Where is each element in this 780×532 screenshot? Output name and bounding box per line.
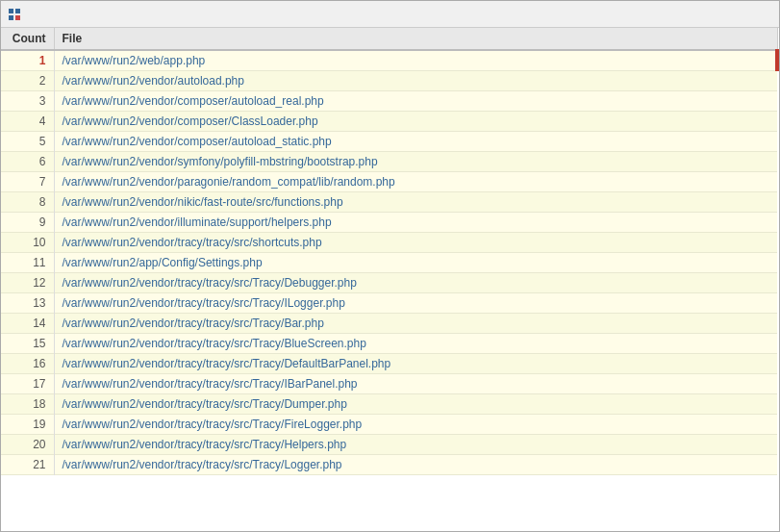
cell-count: 5 bbox=[1, 132, 54, 152]
file-link[interactable]: /var/www/run2/web/app.php bbox=[63, 54, 206, 67]
column-header-file: File bbox=[54, 28, 777, 50]
cell-file[interactable]: /var/www/run2/vendor/tracy/tracy/src/Tra… bbox=[54, 354, 777, 374]
cell-count: 4 bbox=[1, 112, 54, 132]
titlebar bbox=[1, 1, 779, 28]
table-header-row: Count File bbox=[1, 28, 777, 50]
table-row: 11/var/www/run2/app/Config/Settings.php bbox=[1, 253, 777, 273]
window-icon bbox=[7, 7, 22, 22]
cell-count: 16 bbox=[1, 354, 54, 374]
file-link[interactable]: /var/www/run2/vendor/tracy/tracy/src/Tra… bbox=[63, 296, 345, 310]
cell-count: 18 bbox=[1, 394, 54, 415]
svg-rect-0 bbox=[9, 9, 13, 13]
cell-file[interactable]: /var/www/run2/vendor/symfony/polyfill-mb… bbox=[54, 152, 777, 172]
cell-file[interactable]: /var/www/run2/vendor/tracy/tracy/src/Tra… bbox=[54, 455, 777, 475]
table-row: 21/var/www/run2/vendor/tracy/tracy/src/T… bbox=[1, 455, 777, 475]
cell-file[interactable]: /var/www/run2/vendor/composer/autoload_r… bbox=[54, 91, 777, 112]
file-link[interactable]: /var/www/run2/vendor/tracy/tracy/src/Tra… bbox=[63, 418, 363, 431]
main-window: Count File 1/var/www/run2/web/app.php2/v… bbox=[0, 0, 780, 532]
cell-count: 15 bbox=[1, 334, 54, 354]
table-row: 4/var/www/run2/vendor/composer/ClassLoad… bbox=[1, 112, 777, 132]
cell-file[interactable]: /var/www/run2/vendor/tracy/tracy/src/Tra… bbox=[54, 435, 777, 455]
table-row: 1/var/www/run2/web/app.php bbox=[1, 50, 777, 71]
file-link[interactable]: /var/www/run2/vendor/tracy/tracy/src/Tra… bbox=[63, 458, 342, 471]
cell-file[interactable]: /var/www/run2/vendor/illuminate/support/… bbox=[54, 213, 777, 233]
cell-count: 1 bbox=[1, 50, 54, 71]
file-link[interactable]: /var/www/run2/vendor/tracy/tracy/src/Tra… bbox=[63, 438, 347, 451]
table-row: 5/var/www/run2/vendor/composer/autoload_… bbox=[1, 132, 777, 152]
close-button[interactable] bbox=[767, 13, 773, 15]
svg-rect-1 bbox=[15, 9, 20, 13]
file-link[interactable]: /var/www/run2/vendor/tracy/tracy/src/Tra… bbox=[63, 397, 347, 411]
table-row: 7/var/www/run2/vendor/paragonie/random_c… bbox=[1, 172, 777, 192]
file-link[interactable]: /var/www/run2/vendor/tracy/tracy/src/Tra… bbox=[63, 377, 358, 391]
cell-count: 17 bbox=[1, 374, 54, 394]
cell-file[interactable]: /var/www/run2/vendor/paragonie/random_co… bbox=[54, 172, 777, 192]
file-link[interactable]: /var/www/run2/vendor/illuminate/support/… bbox=[63, 215, 332, 229]
cell-file[interactable]: /var/www/run2/vendor/tracy/tracy/src/Tra… bbox=[54, 394, 777, 415]
table-row: 14/var/www/run2/vendor/tracy/tracy/src/T… bbox=[1, 314, 777, 334]
cell-file[interactable]: /var/www/run2/vendor/tracy/tracy/src/Tra… bbox=[54, 293, 777, 314]
svg-rect-2 bbox=[9, 15, 13, 20]
cell-file[interactable]: /var/www/run2/vendor/tracy/tracy/src/Tra… bbox=[54, 334, 777, 354]
column-header-count: Count bbox=[1, 28, 54, 50]
cell-file[interactable]: /var/www/run2/vendor/tracy/tracy/src/Tra… bbox=[54, 314, 777, 334]
cell-file[interactable]: /var/www/run2/vendor/autoload.php bbox=[54, 71, 777, 91]
table-row: 2/var/www/run2/vendor/autoload.php bbox=[1, 71, 777, 91]
table-container[interactable]: Count File 1/var/www/run2/web/app.php2/v… bbox=[1, 28, 779, 531]
file-link[interactable]: /var/www/run2/vendor/tracy/tracy/src/Tra… bbox=[63, 337, 366, 350]
cell-count: 19 bbox=[1, 415, 54, 435]
file-link[interactable]: /var/www/run2/vendor/paragonie/random_co… bbox=[63, 175, 395, 189]
cell-file[interactable]: /var/www/run2/vendor/composer/ClassLoade… bbox=[54, 112, 777, 132]
files-table: Count File 1/var/www/run2/web/app.php2/v… bbox=[1, 28, 779, 475]
file-link[interactable]: /var/www/run2/app/Config/Settings.php bbox=[63, 256, 263, 269]
cell-count: 14 bbox=[1, 314, 54, 334]
cell-count: 7 bbox=[1, 172, 54, 192]
table-row: 13/var/www/run2/vendor/tracy/tracy/src/T… bbox=[1, 293, 777, 314]
table-row: 18/var/www/run2/vendor/tracy/tracy/src/T… bbox=[1, 394, 777, 415]
file-link[interactable]: /var/www/run2/vendor/tracy/tracy/src/Tra… bbox=[63, 317, 324, 330]
table-row: 10/var/www/run2/vendor/tracy/tracy/src/s… bbox=[1, 233, 777, 253]
cell-count: 3 bbox=[1, 91, 54, 112]
cell-count: 6 bbox=[1, 152, 54, 172]
file-link[interactable]: /var/www/run2/vendor/tracy/tracy/src/sho… bbox=[63, 236, 322, 249]
restore-button[interactable] bbox=[758, 13, 764, 15]
window-controls bbox=[758, 13, 773, 15]
table-row: 8/var/www/run2/vendor/nikic/fast-route/s… bbox=[1, 192, 777, 213]
cell-count: 20 bbox=[1, 435, 54, 455]
file-link[interactable]: /var/www/run2/vendor/symfony/polyfill-mb… bbox=[63, 155, 378, 168]
table-row: 3/var/www/run2/vendor/composer/autoload_… bbox=[1, 91, 777, 112]
file-link[interactable]: /var/www/run2/vendor/composer/autoload_r… bbox=[63, 94, 324, 108]
cell-count: 12 bbox=[1, 273, 54, 293]
table-row: 9/var/www/run2/vendor/illuminate/support… bbox=[1, 213, 777, 233]
svg-rect-3 bbox=[15, 15, 20, 20]
cell-file[interactable]: /var/www/run2/vendor/tracy/tracy/src/Tra… bbox=[54, 415, 777, 435]
table-row: 17/var/www/run2/vendor/tracy/tracy/src/T… bbox=[1, 374, 777, 394]
file-link[interactable]: /var/www/run2/vendor/nikic/fast-route/sr… bbox=[63, 195, 343, 209]
cell-file[interactable]: /var/www/run2/app/Config/Settings.php bbox=[54, 253, 777, 273]
cell-file[interactable]: /var/www/run2/web/app.php bbox=[54, 50, 777, 71]
cell-count: 13 bbox=[1, 293, 54, 314]
cell-count: 9 bbox=[1, 213, 54, 233]
file-link[interactable]: /var/www/run2/vendor/tracy/tracy/src/Tra… bbox=[63, 357, 391, 370]
cell-count: 10 bbox=[1, 233, 54, 253]
table-row: 12/var/www/run2/vendor/tracy/tracy/src/T… bbox=[1, 273, 777, 293]
cell-file[interactable]: /var/www/run2/vendor/tracy/tracy/src/sho… bbox=[54, 233, 777, 253]
table-row: 19/var/www/run2/vendor/tracy/tracy/src/T… bbox=[1, 415, 777, 435]
cell-file[interactable]: /var/www/run2/vendor/composer/autoload_s… bbox=[54, 132, 777, 152]
cell-file[interactable]: /var/www/run2/vendor/tracy/tracy/src/Tra… bbox=[54, 273, 777, 293]
table-row: 15/var/www/run2/vendor/tracy/tracy/src/T… bbox=[1, 334, 777, 354]
cell-count: 21 bbox=[1, 455, 54, 475]
table-row: 20/var/www/run2/vendor/tracy/tracy/src/T… bbox=[1, 435, 777, 455]
cell-count: 11 bbox=[1, 253, 54, 273]
file-link[interactable]: /var/www/run2/vendor/composer/autoload_s… bbox=[63, 135, 332, 148]
cell-count: 2 bbox=[1, 71, 54, 91]
cell-file[interactable]: /var/www/run2/vendor/tracy/tracy/src/Tra… bbox=[54, 374, 777, 394]
table-row: 6/var/www/run2/vendor/symfony/polyfill-m… bbox=[1, 152, 777, 172]
file-link[interactable]: /var/www/run2/vendor/tracy/tracy/src/Tra… bbox=[63, 276, 357, 290]
file-link[interactable]: /var/www/run2/vendor/composer/ClassLoade… bbox=[63, 114, 318, 128]
table-row: 16/var/www/run2/vendor/tracy/tracy/src/T… bbox=[1, 354, 777, 374]
file-link[interactable]: /var/www/run2/vendor/autoload.php bbox=[63, 74, 244, 88]
cell-file[interactable]: /var/www/run2/vendor/nikic/fast-route/sr… bbox=[54, 192, 777, 213]
cell-count: 8 bbox=[1, 192, 54, 213]
